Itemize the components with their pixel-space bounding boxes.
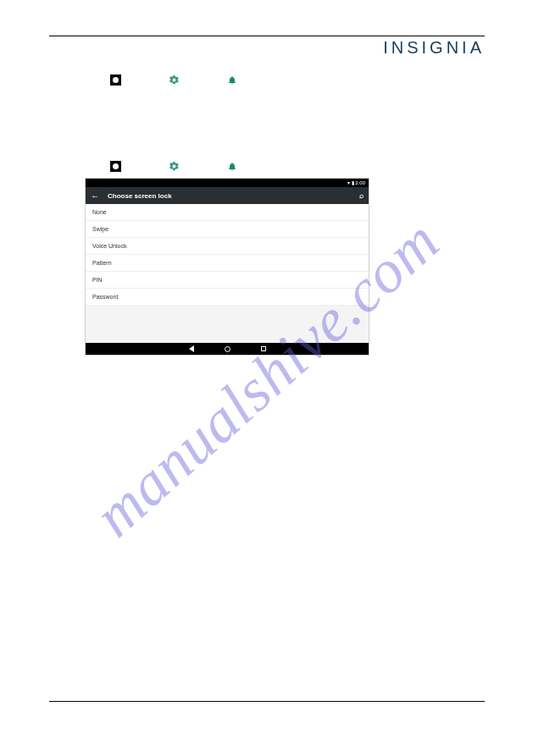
- notification-bell-icon: [227, 74, 237, 86]
- nav-home-icon[interactable]: [225, 346, 230, 352]
- lock-option-list: None Swipe Voice Unlock Pattern PIN Pass…: [86, 204, 369, 306]
- app-drawer-icon: [110, 74, 121, 86]
- nav-recent-icon[interactable]: [261, 346, 266, 351]
- title-bar: ← Choose screen lock ⌕: [86, 187, 369, 204]
- bottom-rule: [49, 701, 485, 702]
- tablet-screenshot: ▾ ▮ 2:00 ← Choose screen lock ⌕ None Swi…: [85, 178, 369, 356]
- lock-option-pattern[interactable]: Pattern: [86, 255, 369, 272]
- brand-logo: INSIGNIA: [49, 38, 485, 58]
- notification-bell-icon: [227, 161, 237, 172]
- android-nav-bar: [86, 343, 369, 355]
- app-drawer-icon: [110, 161, 121, 172]
- top-rule: [49, 36, 485, 36]
- blank-area: [86, 306, 369, 343]
- settings-gear-icon: [169, 161, 180, 172]
- icon-row-2: [49, 159, 485, 173]
- settings-gear-icon: [169, 74, 180, 86]
- lock-option-voice[interactable]: Voice Unlock: [86, 238, 369, 255]
- back-arrow-icon[interactable]: ←: [91, 191, 99, 201]
- status-time: 2:00: [355, 180, 365, 185]
- lock-option-pin[interactable]: PIN: [86, 272, 369, 289]
- icon-row-1: [49, 73, 485, 86]
- status-bar: ▾ ▮ 2:00: [86, 179, 369, 187]
- lock-option-swipe[interactable]: Swipe: [86, 221, 369, 238]
- lock-option-password[interactable]: Password: [86, 289, 369, 306]
- search-icon[interactable]: ⌕: [359, 191, 364, 200]
- nav-back-icon[interactable]: [189, 345, 194, 352]
- lock-option-none[interactable]: None: [86, 204, 369, 221]
- screen-title: Choose screen lock: [108, 192, 359, 200]
